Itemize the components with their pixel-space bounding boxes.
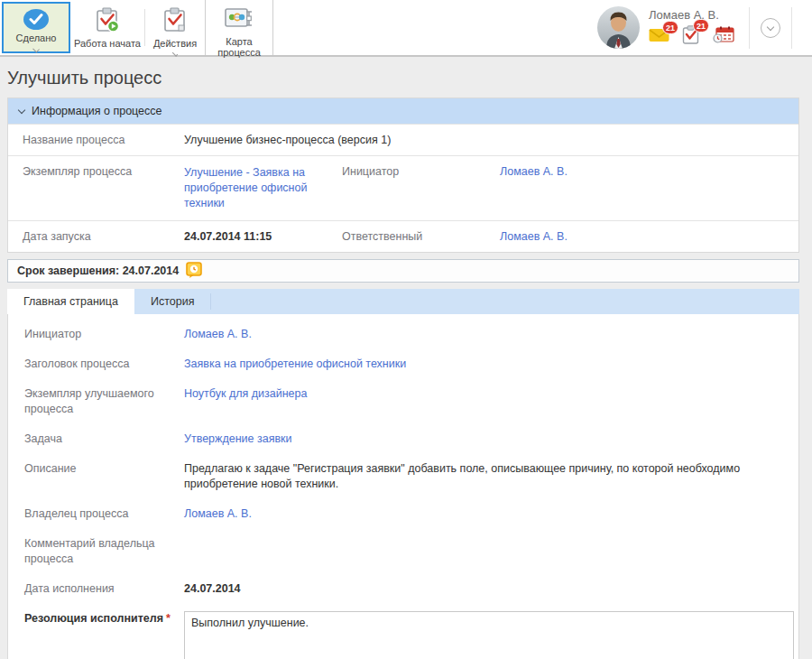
calendar-icon[interactable] (713, 26, 734, 46)
form-row-description: Описание Предлагаю к задаче "Регистрация… (8, 454, 798, 499)
form-row-exec-date: Дата исполнения 24.07.2014 (8, 574, 798, 604)
instance-label: Экземпляр процесса (23, 165, 184, 178)
notification-icons: 21 21 (649, 25, 734, 47)
initiator-label: Инициатор (342, 165, 500, 178)
info-row-process-name: Название процесса Улучшение бизнес-проце… (8, 124, 798, 155)
user-info: Ломаев А. В. 21 (649, 8, 734, 47)
mail-badge: 21 (662, 21, 678, 34)
mail-icon[interactable]: 21 (649, 27, 669, 45)
form-row-process-title: Заголовок процесса Заявка на приобретени… (8, 349, 798, 379)
form-row-owner: Владелец процесса Ломаев А. В. (8, 499, 798, 529)
description-value: Предлагаю к задаче "Регистрация заявки" … (184, 461, 789, 492)
owner-comment-label: Комментарий владельца процесса (24, 536, 184, 567)
process-title-link[interactable]: Заявка на приобретение офисной техники (184, 357, 406, 370)
main-content: Информация о процессе Название процесса … (7, 97, 799, 659)
process-map-icon (225, 7, 254, 33)
work-started-button[interactable]: Работа начата (70, 0, 144, 55)
work-started-icon (96, 7, 119, 35)
exec-date-value: 24.07.2014 (184, 581, 789, 597)
tasks-badge: 21 (693, 19, 709, 32)
toolbar-right-separator (749, 7, 750, 49)
task-label: Задача (24, 432, 184, 447)
form-row-owner-comment: Комментарий владельца процесса (8, 529, 798, 574)
form-row-initiator: Инициатор Ломаев А. В. (8, 320, 798, 349)
work-started-button-label: Работа начата (74, 38, 141, 49)
process-info-panel: Информация о процессе Название процесса … (7, 97, 799, 253)
form-row-resolution: Резолюция исполнителя* Выполнил улучшени… (8, 604, 798, 659)
process-title-label: Заголовок процесса (24, 357, 184, 372)
toolbar-right-separator (791, 7, 792, 49)
main-page-panel: Инициатор Ломаев А. В. Заголовок процесс… (7, 314, 799, 659)
titlebar: Улучшить процесс (0, 57, 812, 97)
description-label: Описание (24, 461, 184, 477)
done-button[interactable]: Сделано (2, 2, 70, 53)
user-area: Ломаев А. В. 21 (597, 0, 803, 55)
page-title: Улучшить процесс (7, 68, 805, 88)
form-row-improved-instance: Экземпляр улучшаемого процесса Ноутбук д… (8, 379, 798, 424)
resolution-label: Резолюция исполнителя* (24, 611, 184, 627)
avatar[interactable] (597, 6, 640, 49)
tasks-icon[interactable]: 21 (682, 25, 700, 47)
process-info-header[interactable]: Информация о процессе (8, 98, 798, 124)
info-row-instance: Экземпляр процесса Улучшение - Заявка на… (8, 155, 798, 220)
chevron-down-icon (767, 23, 774, 30)
initiator-link[interactable]: Ломаев А. В. (500, 165, 567, 178)
user-name[interactable]: Ломаев А. В. (649, 8, 719, 22)
owner-link[interactable]: Ломаев А. В. (184, 507, 252, 520)
chevron-down-icon (32, 46, 40, 53)
owner-label: Владелец процесса (24, 506, 184, 522)
toolbar: Сделано Работа начата (0, 0, 812, 57)
start-date-label: Дата запуска (23, 230, 184, 243)
chevron-down-icon (172, 51, 178, 56)
process-name-label: Название процесса (23, 134, 184, 146)
form-row-task: Задача Утверждение заявки (8, 424, 798, 454)
improved-instance-label: Экземпляр улучшаемого процесса (24, 386, 184, 417)
task-link[interactable]: Утверждение заявки (184, 432, 292, 445)
expand-chevron-button[interactable] (761, 18, 780, 38)
process-info-header-label: Информация о процессе (32, 105, 162, 117)
responsible-link[interactable]: Ломаев А. В. (500, 230, 567, 243)
required-asterisk: * (166, 612, 171, 625)
exec-date-label: Дата исполнения (24, 581, 184, 597)
tab-history[interactable]: История (134, 289, 210, 314)
actions-button-label: Действия (153, 38, 197, 49)
responsible-label: Ответственный (342, 230, 500, 243)
actions-button[interactable]: Действия (145, 0, 205, 55)
tab-separator (210, 293, 211, 310)
start-date-value: 24.07.2014 11:15 (184, 230, 342, 243)
resolution-textarea[interactable]: Выполнил улучшение. (184, 611, 794, 659)
done-button-label: Сделано (16, 32, 57, 43)
toolbar-group-separator (272, 0, 273, 55)
process-name-value: Улучшение бизнес-процесса (версия 1) (184, 134, 791, 146)
form-initiator-label: Инициатор (24, 327, 184, 342)
done-check-icon (23, 9, 49, 30)
info-row-start-date: Дата запуска 24.07.2014 11:15 Ответствен… (8, 220, 798, 252)
collapse-chevron-icon (18, 106, 25, 113)
deadline-text: Срок завершения: 24.07.2014 (17, 265, 179, 277)
instance-link[interactable]: Улучшение - Заявка на приобретение офисн… (184, 165, 336, 211)
process-map-button[interactable]: Карта процесса (206, 0, 272, 55)
actions-icon (163, 7, 187, 35)
app-window: Сделано Работа начата (0, 0, 812, 659)
deadline-bar: Срок завершения: 24.07.2014 (7, 259, 799, 283)
process-map-button-label: Карта процесса (206, 36, 272, 58)
form-initiator-link[interactable]: Ломаев А. В. (184, 328, 252, 340)
tab-strip: Главная страница История (7, 289, 799, 314)
deadline-comment-icon[interactable] (186, 262, 202, 281)
improved-instance-link[interactable]: Ноутбук для дизайнера (184, 387, 307, 400)
tab-main-page[interactable]: Главная страница (7, 289, 134, 314)
